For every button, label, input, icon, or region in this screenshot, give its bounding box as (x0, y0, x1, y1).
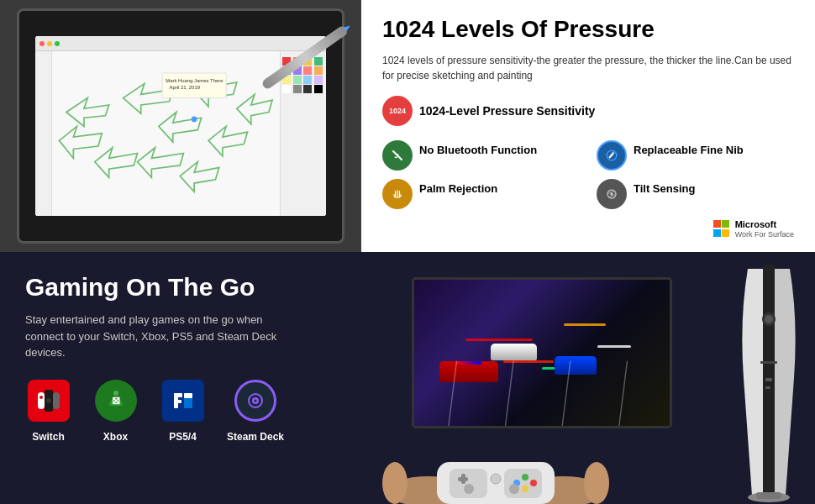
svg-rect-58 (765, 378, 772, 381)
light-streak-4 (597, 345, 631, 348)
svg-rect-29 (184, 393, 192, 398)
steam-deck-label: Steam Deck (227, 431, 284, 443)
gaming-description: Stay entertained and play games on the g… (25, 312, 277, 361)
svg-point-56 (765, 315, 773, 323)
svg-text:April 21, 2019: April 21, 2019 (170, 86, 200, 91)
svg-rect-16 (53, 392, 60, 409)
product-title: 1024 Levels Of Pressure (382, 17, 794, 43)
svg-line-36 (562, 361, 570, 426)
ps5-console-area (731, 252, 807, 504)
feature-replaceable-nib: Replaceable Fine Nib (597, 140, 794, 171)
ps5-icon-wrap (160, 378, 206, 424)
tilt-sensing-icon (597, 179, 627, 209)
ps5-label: PS5/4 (169, 431, 197, 443)
xbox-label: Xbox (103, 431, 128, 443)
app-titlebar (35, 36, 326, 51)
svg-point-53 (491, 474, 501, 484)
svg-rect-57 (760, 361, 777, 364)
switch-icon-wrap (25, 378, 71, 424)
svg-point-39 (382, 462, 408, 504)
device-icons-row: Switch ⊠ Xbox (25, 378, 336, 443)
gaming-info-panel: Gaming On The Go Stay entertained and pl… (0, 252, 361, 504)
svg-point-48 (522, 486, 528, 492)
svg-rect-26 (174, 393, 182, 397)
top-section: Mark Huang James There April 21, 2019 (0, 0, 815, 252)
product-description: 1024 levels of pressure sensitivity-the … (382, 53, 794, 83)
svg-line-34 (449, 361, 457, 426)
svg-point-41 (584, 462, 609, 504)
svg-point-20 (39, 403, 42, 406)
monitor-screen (414, 280, 670, 426)
feature-tilt-sensing: Tilt Sensing (597, 179, 794, 209)
palm-rejection-icon (382, 179, 413, 209)
replaceable-nib-label: Replaceable Fine Nib (634, 140, 744, 158)
gaming-monitor (412, 277, 672, 445)
ps5-icon (162, 380, 204, 422)
pressure-number-badge: 1024 (382, 96, 413, 126)
microsoft-badge: Microsoft Work For Surface (382, 219, 794, 239)
microsoft-text: Microsoft Work For Surface (735, 219, 794, 239)
ms-logo-blue (713, 229, 721, 237)
steam-deck-icon (234, 380, 276, 422)
tablet-screen: Mark Huang James There April 21, 2019 (35, 36, 326, 216)
no-bluetooth-label: No Bluetooth Function (419, 140, 537, 158)
svg-point-19 (39, 396, 43, 399)
svg-point-12 (610, 192, 613, 195)
product-info-panel: 1024 Levels Of Pressure 1024 levels of p… (361, 0, 815, 252)
svg-line-35 (506, 361, 514, 426)
xbox-icon-wrap: ⊠ (92, 378, 139, 424)
palm-rejection-label: Palm Rejection (419, 179, 497, 197)
drawing-sidebar (35, 51, 52, 216)
drawing-canvas: Mark Huang James There April 21, 2019 (52, 51, 280, 216)
xbox-icon: ⊠ (95, 380, 137, 422)
svg-text:Mark Huang James There: Mark Huang James There (166, 78, 223, 83)
svg-text:⊠: ⊠ (112, 395, 120, 407)
feature-palm-rejection: Palm Rejection (382, 179, 580, 209)
gaming-title: Gaming On The Go (25, 273, 336, 302)
svg-rect-59 (765, 386, 770, 389)
switch-icon (28, 380, 70, 422)
svg-rect-15 (38, 392, 45, 409)
monitor-frame (412, 277, 672, 428)
svg-point-51 (464, 484, 474, 494)
microsoft-logo (713, 220, 730, 237)
device-ps5: PS5/4 (160, 378, 206, 443)
device-xbox: ⊠ Xbox (92, 378, 139, 443)
controller-hands (378, 437, 613, 504)
svg-rect-27 (174, 400, 181, 403)
device-switch: Switch (25, 378, 71, 443)
no-bluetooth-icon (382, 140, 413, 171)
feature-no-bluetooth: No Bluetooth Function (382, 140, 580, 171)
maximize-dot (55, 41, 60, 46)
tablet-mockup: Mark Huang James There April 21, 2019 (17, 8, 344, 244)
svg-point-33 (255, 400, 257, 402)
svg-point-0 (192, 117, 197, 123)
ms-logo-red (713, 220, 721, 228)
minimize-dot (47, 41, 52, 46)
replaceable-nib-icon (597, 140, 627, 171)
svg-rect-50 (461, 474, 465, 484)
svg-point-52 (509, 484, 519, 494)
svg-rect-61 (756, 492, 781, 499)
light-streak-3 (564, 323, 606, 326)
steam-deck-icon-wrap (233, 378, 279, 424)
switch-label: Switch (32, 431, 65, 443)
ms-logo-green (722, 220, 729, 228)
tablet-image-area: Mark Huang James There April 21, 2019 (0, 0, 361, 252)
ms-logo-yellow (722, 229, 729, 237)
light-streak-1 (465, 339, 533, 341)
pressure-level-label: 1024-Level Pressure Sensitivity (419, 104, 595, 118)
svg-point-46 (530, 480, 537, 486)
pressure-badge: 1024 1024-Level Pressure Sensitivity (382, 96, 595, 126)
svg-point-18 (46, 398, 51, 403)
bottom-section: Gaming On The Go Stay entertained and pl… (0, 252, 815, 504)
device-steam-deck: Steam Deck (227, 378, 284, 443)
svg-point-45 (522, 474, 528, 480)
features-grid: No Bluetooth Function Replaceable Fine N… (382, 140, 794, 209)
tilt-sensing-label: Tilt Sensing (634, 179, 695, 197)
gaming-visual-area (361, 252, 815, 504)
close-dot (39, 41, 45, 46)
svg-line-37 (619, 361, 628, 426)
